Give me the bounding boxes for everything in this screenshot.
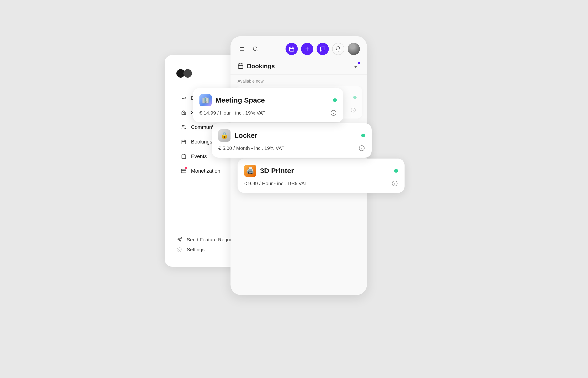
meeting-available: [353, 96, 357, 99]
locker-name-area: 🔒 Locker: [218, 129, 257, 142]
meeting-card-bottom: € 14.99 / Hour - incl. 19% VAT: [200, 110, 337, 116]
meeting-card-thumb: 🏢: [200, 94, 212, 106]
home-icon: [181, 110, 187, 116]
bookings-title: Bookings: [247, 63, 275, 70]
printer-card-price: € 9.99 / Hour - incl. 19% VAT: [244, 181, 307, 186]
bookings-calendar-icon: [238, 63, 244, 70]
add-btn[interactable]: [301, 43, 313, 55]
locker-card-bottom: € 5.00 / Month - incl. 19% VAT: [218, 145, 365, 151]
bell-btn[interactable]: [332, 43, 344, 55]
svg-rect-20: [290, 47, 294, 51]
topbar-right: [285, 43, 360, 55]
meeting-info-icon[interactable]: [350, 107, 357, 113]
meeting-card-top: 🏢 Meeting Space: [200, 94, 337, 106]
chart-line-icon: [181, 95, 187, 101]
send-feature-label: Send Feature Request: [187, 237, 236, 243]
locker-card-name: Locker: [234, 132, 257, 139]
sidebar-label-bookings: Bookings: [191, 139, 212, 145]
svg-rect-10: [181, 169, 186, 173]
search-icon[interactable]: [251, 45, 260, 53]
bookings-title-area: Bookings: [238, 63, 275, 70]
meeting-card-dot: [333, 98, 337, 102]
svg-rect-1: [182, 140, 186, 144]
svg-line-19: [257, 50, 257, 51]
printer-card-name: 3D Printer: [260, 167, 294, 175]
gear-icon: [176, 246, 183, 253]
bookings-header: Bookings: [230, 60, 367, 75]
printer-card-top: 🖨️ 3D Printer: [244, 165, 398, 177]
meeting-name-area: 🏢 Meeting Space: [200, 94, 265, 106]
chat-btn[interactable]: [317, 43, 329, 55]
topbar-left: [238, 45, 260, 53]
svg-point-18: [253, 47, 257, 51]
logo-dot-right: [184, 69, 192, 78]
settings-item[interactable]: Settings: [176, 246, 236, 253]
filter-badge: [358, 62, 360, 64]
floating-card-meeting: 🏢 Meeting Space € 14.99 / Hour - incl. 1…: [193, 88, 343, 122]
printer-card-thumb: 🖨️: [244, 165, 256, 177]
printer-card-info[interactable]: [391, 180, 398, 187]
filter-btn[interactable]: [351, 62, 360, 70]
meeting-card-price: € 14.99 / Hour - incl. 19% VAT: [200, 110, 266, 116]
floating-card-locker: 🔒 Locker € 5.00 / Month - incl. 19% VAT: [212, 123, 372, 158]
settings-label: Settings: [187, 247, 205, 252]
calendar-btn[interactable]: [285, 43, 298, 55]
meeting-card-info[interactable]: [330, 110, 337, 116]
locker-card-top: 🔒 Locker: [218, 129, 365, 142]
svg-point-14: [179, 249, 180, 250]
svg-rect-26: [238, 64, 243, 68]
locker-card-info[interactable]: [359, 145, 365, 151]
printer-card-dot: [394, 169, 398, 173]
floating-card-printer: 🖨️ 3D Printer € 9.99 / Hour - incl. 19% …: [238, 159, 404, 193]
sidebar-label-events: Events: [191, 153, 207, 160]
send-icon: [176, 237, 183, 243]
calendar-alt-icon: [181, 153, 187, 160]
sidebar-bottom: Send Feature Request Settings: [176, 237, 236, 253]
locker-card-price: € 5.00 / Month - incl. 19% VAT: [218, 145, 285, 151]
meeting-card-name: Meeting Space: [215, 96, 265, 104]
calendar-icon: [181, 139, 187, 145]
mobile-topbar: [230, 36, 367, 60]
available-now-label: Available now: [230, 75, 367, 86]
svg-point-0: [182, 125, 184, 127]
sidebar-label-monetization: Monetization: [191, 168, 220, 174]
locker-card-thumb: 🔒: [218, 129, 230, 142]
avatar[interactable]: [348, 43, 360, 55]
monetization-badge: [185, 167, 187, 169]
printer-card-bottom: € 9.99 / Hour - incl. 19% VAT: [244, 180, 398, 187]
send-feature-item[interactable]: Send Feature Request: [176, 237, 236, 243]
locker-card-dot: [361, 134, 365, 137]
printer-name-area: 🖨️ 3D Printer: [244, 165, 294, 177]
users-icon: [181, 124, 187, 130]
hamburger-icon[interactable]: [238, 45, 246, 53]
